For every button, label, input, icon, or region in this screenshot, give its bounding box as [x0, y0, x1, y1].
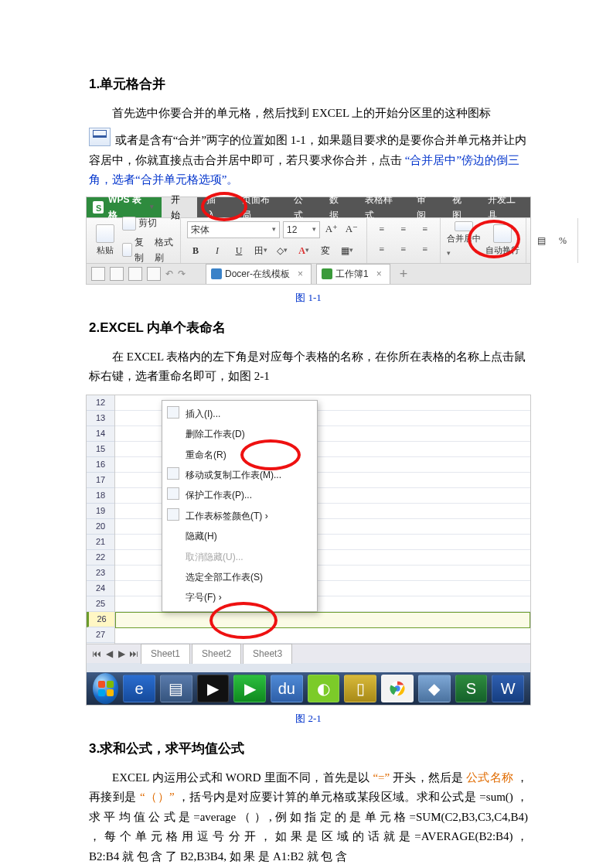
tab-review[interactable]: 审阅 [407, 197, 443, 217]
row-header[interactable]: 15 [87, 442, 114, 457]
menu-protect[interactable]: 保护工作表(P)... [162, 485, 317, 505]
shrink-font-button[interactable]: A⁻ [343, 221, 360, 237]
menu-font-size[interactable]: 字号(F) › [162, 587, 317, 607]
chevron-down-icon[interactable]: ▾ [150, 201, 154, 213]
tab-view[interactable]: 视图 [443, 197, 478, 217]
taskbar-player1[interactable]: ▶ [197, 675, 230, 702]
fill-color-button[interactable]: ◇▾ [274, 243, 291, 258]
save-icon[interactable] [110, 267, 124, 281]
sheet-icon [322, 268, 332, 279]
merge-center-button[interactable]: 合并居中▾ [447, 221, 481, 260]
close-icon[interactable]: × [298, 266, 303, 282]
taskbar-baidu[interactable]: du [271, 675, 303, 702]
border-button[interactable]: 田▾ [252, 243, 269, 258]
align-top-button[interactable]: ≡ [373, 221, 390, 237]
row-header[interactable]: 14 [87, 426, 114, 442]
row-header[interactable]: 21 [87, 535, 114, 550]
row-ops-button[interactable]: ▤ [533, 233, 550, 248]
underline-button[interactable]: U [230, 243, 247, 258]
row-header[interactable]: 26 [87, 612, 114, 627]
move-icon [167, 467, 179, 480]
sheet-cells[interactable]: 插入(I)... 删除工作表(D) 重命名(R) 移动或复制工作表(M)... … [115, 395, 530, 644]
row-header[interactable]: 22 [87, 550, 114, 566]
copy-icon [122, 243, 132, 257]
row-header[interactable]: 12 [87, 395, 114, 411]
start-button[interactable] [93, 673, 118, 704]
tab-start[interactable]: 开始 [162, 197, 197, 217]
font-name-select[interactable]: 宋体▾ [187, 221, 280, 238]
menu-select-all[interactable]: 选定全部工作表(S) [162, 567, 317, 587]
align-bot-button[interactable]: ≡ [417, 221, 434, 237]
tab-formula[interactable]: 公式 [284, 197, 320, 217]
menu-delete[interactable]: 删除工作表(D) [162, 424, 317, 444]
tab-dev[interactable]: 开发工具 [478, 197, 530, 217]
sheet-tab-2[interactable]: Sheet2 [192, 644, 241, 663]
menu-tab-color[interactable]: 工作表标签颜色(T) › [162, 506, 317, 526]
grow-font-button[interactable]: A⁺ [323, 221, 340, 237]
sheet-nav-prev[interactable]: ◀ [104, 648, 114, 659]
menu-rename[interactable]: 重命名(R) [162, 445, 317, 465]
align-left-button[interactable]: ≡ [373, 241, 390, 257]
font-color-button[interactable]: A▾ [295, 243, 312, 258]
row-header[interactable]: 19 [87, 504, 114, 519]
cell-row[interactable] [115, 612, 530, 628]
taskbar-app2[interactable]: ▯ [344, 675, 376, 702]
taskbar-word[interactable]: W [492, 675, 524, 702]
menu-hide[interactable]: 隐藏(H) [162, 526, 317, 546]
menu-unhide: 取消隐藏(U)... [162, 547, 317, 567]
align-right-button[interactable]: ≡ [417, 241, 434, 257]
print-icon[interactable] [128, 267, 142, 281]
sheet-tab-3[interactable]: Sheet3 [243, 644, 292, 663]
taskbar-wps[interactable]: S [455, 675, 488, 702]
sheet-nav-next[interactable]: ▶ [116, 648, 127, 659]
sheet-nav-first[interactable]: ⏮ [91, 648, 102, 659]
menu-move-copy[interactable]: 移动或复制工作表(M)... [162, 465, 317, 485]
taskbar-app1[interactable]: ◐ [308, 675, 340, 702]
cut-button[interactable]: 剪切 [122, 215, 174, 231]
tab-data[interactable]: 数据 [320, 197, 356, 217]
taskbar-explorer[interactable]: ▤ [160, 675, 192, 702]
ime-button[interactable]: 変 [317, 243, 334, 258]
row-header[interactable]: 13 [87, 411, 114, 426]
windows-taskbar: e ▤ ▶ ▶ du ◐ ▯ ◆ S W [87, 672, 530, 705]
italic-button[interactable]: I [209, 243, 226, 258]
taskbar-ie[interactable]: e [123, 675, 155, 702]
chrome-icon [389, 680, 406, 697]
cell-row[interactable] [115, 628, 530, 644]
taskbar-chrome[interactable] [381, 675, 414, 702]
tab-insert[interactable]: 插入 [197, 197, 233, 217]
wrap-text-button[interactable]: 自动换行 [485, 221, 519, 260]
taskbar-app3[interactable]: ◆ [418, 675, 451, 702]
new-tab-button[interactable]: + [395, 262, 413, 286]
row-header[interactable]: 20 [87, 519, 114, 535]
copy-button[interactable]: 复制格式刷 [122, 234, 174, 266]
wps-logo[interactable]: WPS 表格 ▾ [87, 197, 162, 217]
chevron-down-icon[interactable]: ▾ [447, 249, 451, 257]
new-icon[interactable] [91, 267, 105, 281]
row-header[interactable]: 23 [87, 566, 114, 581]
row-header[interactable]: 17 [87, 473, 114, 488]
taskbar-player2[interactable]: ▶ [233, 675, 266, 702]
bold-button[interactable]: B [187, 243, 204, 258]
sheet-nav-last[interactable]: ⏭ [128, 648, 139, 659]
row-header[interactable]: 24 [87, 581, 114, 596]
row-header[interactable]: 25 [87, 596, 114, 612]
paste-button[interactable]: 粘贴 [93, 221, 117, 260]
align-center-button[interactable]: ≡ [395, 241, 412, 257]
cell-style-button[interactable]: ▦▾ [339, 243, 356, 258]
align-mid-button[interactable]: ≡ [395, 221, 412, 237]
close-icon[interactable]: × [376, 266, 382, 282]
row-header[interactable]: 18 [87, 488, 114, 504]
chevron-down-icon: ▾ [272, 224, 276, 235]
doc-tab-docer[interactable]: Docer-在线模板× [206, 264, 312, 283]
doc-tab-workbook[interactable]: 工作簿1× [316, 264, 390, 283]
menu-insert[interactable]: 插入(I)... [162, 404, 317, 424]
row-header[interactable]: 16 [87, 457, 114, 473]
row-header[interactable]: 27 [87, 627, 114, 643]
preview-icon[interactable] [147, 267, 161, 281]
sheet-tab-1[interactable]: Sheet1 [141, 644, 190, 663]
tab-layout[interactable]: 页面布局 [233, 197, 284, 217]
font-size-select[interactable]: 12▾ [283, 221, 320, 238]
currency-button[interactable]: % [554, 233, 571, 248]
tab-style[interactable]: 表格样式 [356, 197, 407, 217]
